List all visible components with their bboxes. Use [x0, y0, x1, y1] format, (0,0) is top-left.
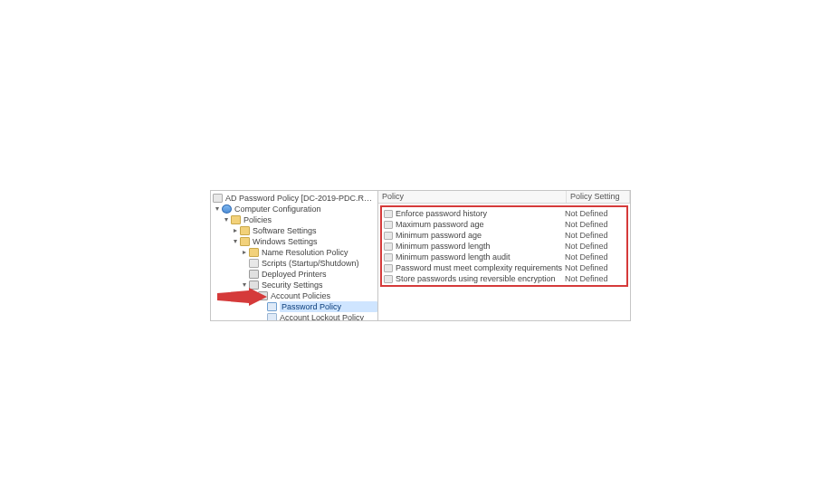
expand-icon[interactable]: ▾: [213, 205, 221, 214]
folder-icon: [249, 248, 259, 257]
tree-node-label: Name Resolution Policy: [262, 247, 377, 258]
tree-node-security-settings[interactable]: ▾ Security Settings: [213, 280, 377, 290]
folder-icon: [240, 226, 250, 235]
tree-node-label: Password Policy: [280, 301, 377, 312]
expand-icon[interactable]: ▾: [222, 216, 230, 224]
tree-node-deployed-printers[interactable]: Deployed Printers: [213, 269, 377, 280]
policy-icon: [267, 313, 277, 320]
tree-node-label: Software Settings: [253, 225, 377, 236]
tree-node-password-policy[interactable]: Password Policy: [213, 301, 377, 312]
blank-icon: [240, 260, 248, 268]
tree-node-label: Security Settings: [262, 280, 377, 290]
navigation-tree[interactable]: AD Password Policy [DC-2019-PDC.ROCKDALE…: [211, 191, 378, 320]
column-header-policy[interactable]: Policy: [378, 191, 567, 203]
policy-row[interactable]: Store passwords using reversible encrypt…: [382, 273, 626, 284]
policy-setting: Not Defined: [565, 242, 625, 251]
scripts-icon: [249, 259, 259, 268]
policy-item-icon: [384, 264, 393, 272]
tree-node-computer-configuration[interactable]: ▾ Computer Configuration: [213, 204, 377, 214]
policy-row[interactable]: Minimum password length Not Defined: [382, 241, 626, 252]
policy-item-icon: [384, 275, 393, 283]
blank-icon: [258, 303, 266, 311]
tree-node-root[interactable]: AD Password Policy [DC-2019-PDC.ROCKDALE…: [213, 193, 377, 204]
security-icon: [249, 281, 259, 290]
folder-icon: [231, 215, 241, 224]
policy-name: Enforce password history: [396, 209, 565, 218]
policy-name: Password must meet complexity requiremen…: [396, 263, 565, 272]
column-headers: Policy Policy Setting: [378, 191, 630, 204]
collapse-icon[interactable]: ▸: [240, 249, 248, 257]
policy-item-icon: [384, 242, 393, 251]
policy-name: Maximum password age: [396, 220, 565, 229]
policy-setting: Not Defined: [565, 209, 625, 218]
printers-icon: [249, 270, 259, 279]
policy-name: Store passwords using reversible encrypt…: [396, 274, 565, 283]
policy-setting: Not Defined: [565, 220, 625, 229]
policy-row[interactable]: Enforce password history Not Defined: [382, 208, 626, 219]
tree-node-policies[interactable]: ▾ Policies: [213, 214, 377, 225]
policy-details-pane: Policy Policy Setting Enforce password h…: [378, 191, 630, 320]
policy-list-highlight: Enforce password history Not Defined Max…: [380, 205, 628, 287]
expand-icon[interactable]: ▾: [249, 292, 257, 300]
computer-icon: [222, 204, 232, 214]
tree-node-label: Deployed Printers: [262, 269, 377, 280]
policy-item-icon: [384, 253, 393, 262]
policy-name: Minimum password age: [396, 231, 565, 240]
tree-node-label: Account Policies: [271, 290, 377, 301]
tree-node-label: Policies: [243, 214, 377, 225]
policy-name: Minimum password length: [396, 242, 565, 251]
tree-node-windows-settings[interactable]: ▾ Windows Settings: [213, 236, 377, 247]
tree-node-account-lockout-policy[interactable]: Account Lockout Policy: [213, 312, 377, 320]
policy-item-icon: [384, 210, 393, 218]
policy-row[interactable]: Maximum password age Not Defined: [382, 219, 626, 230]
tree-node-scripts[interactable]: Scripts (Startup/Shutdown): [213, 258, 377, 269]
expand-icon[interactable]: ▾: [240, 281, 248, 290]
policy-row[interactable]: Minimum password age Not Defined: [382, 230, 626, 241]
policy-setting: Not Defined: [565, 231, 625, 240]
policy-item-icon: [384, 232, 393, 240]
policy-item-icon: [384, 221, 393, 229]
policy-row[interactable]: Password must meet complexity requiremen…: [382, 262, 626, 273]
tree-node-label: Windows Settings: [253, 236, 377, 247]
policy-icon: [267, 302, 277, 311]
tree-node-label: Computer Configuration: [234, 204, 377, 214]
policy-row[interactable]: Minimum password length audit Not Define…: [382, 252, 626, 262]
folder-icon: [240, 237, 250, 246]
gpo-icon: [213, 194, 223, 203]
tree-node-label: AD Password Policy [DC-2019-PDC.ROCKDALE…: [225, 193, 377, 204]
tree-node-software-settings[interactable]: ▸ Software Settings: [213, 225, 377, 236]
gpo-editor-window: AD Password Policy [DC-2019-PDC.ROCKDALE…: [210, 190, 631, 321]
policy-setting: Not Defined: [565, 252, 625, 262]
tree-node-name-resolution[interactable]: ▸ Name Resolution Policy: [213, 247, 377, 258]
tree-node-label: Scripts (Startup/Shutdown): [262, 258, 377, 269]
column-header-setting[interactable]: Policy Setting: [567, 191, 630, 203]
blank-icon: [240, 271, 248, 279]
expand-icon[interactable]: ▾: [231, 238, 239, 246]
blank-icon: [258, 314, 266, 321]
account-policies-icon: [258, 291, 268, 300]
policy-name: Minimum password length audit: [396, 252, 565, 262]
collapse-icon[interactable]: ▸: [231, 227, 239, 235]
tree-node-label: Account Lockout Policy: [280, 312, 377, 320]
tree-node-account-policies[interactable]: ▾ Account Policies: [213, 290, 377, 301]
policy-setting: Not Defined: [565, 274, 625, 283]
policy-setting: Not Defined: [565, 263, 625, 272]
